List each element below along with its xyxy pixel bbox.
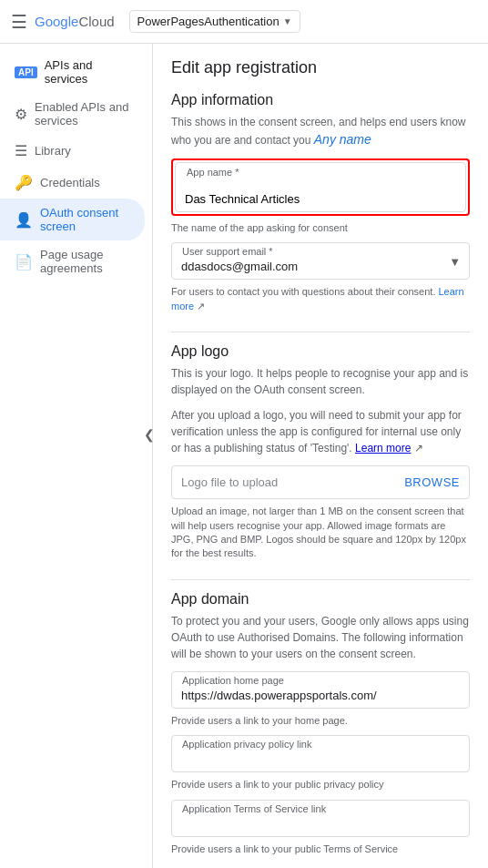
project-selector[interactable]: PowerPagesAuthentication ▼ <box>129 10 300 33</box>
logo-upload-box[interactable]: Logo file to upload BROWSE <box>171 465 470 499</box>
terms-label: Application Terms of Service link <box>180 803 328 814</box>
terms-field: Application Terms of Service link <box>171 800 470 837</box>
api-badge: API <box>15 66 37 78</box>
home-page-field: Application home page <box>171 671 470 709</box>
sidebar-item-label: Library <box>35 144 71 158</box>
main-layout: API APIs and services ⚙ Enabled APIs and… <box>0 44 488 868</box>
app-name-field-highlighted: App name * <box>171 158 470 216</box>
collapse-icon: ❮ <box>144 427 155 442</box>
app-logo-section: App logo This is your logo. It helps peo… <box>171 343 470 561</box>
google-cloud-logo: Google Cloud <box>35 14 115 29</box>
app-info-title: App information <box>171 92 470 108</box>
app-info-desc: This shows in the consent screen, and he… <box>171 114 470 149</box>
sidebar-apis-header: API APIs and services <box>0 51 152 93</box>
oauth-icon: 👤 <box>15 211 33 229</box>
chevron-down-icon: ▼ <box>283 16 292 26</box>
page-title: Edit app registration <box>171 58 470 77</box>
app-name-label: App name * <box>185 167 240 178</box>
browse-button[interactable]: BROWSE <box>404 475 460 489</box>
sidebar-item-enabled-apis[interactable]: ⚙ Enabled APIs and services <box>0 93 145 135</box>
credentials-icon: 🔑 <box>15 174 33 191</box>
privacy-policy-hint: Provide users a link to your public priv… <box>171 778 470 791</box>
logo-external-icon: ↗ <box>414 442 423 454</box>
menu-icon[interactable]: ☰ <box>11 11 27 33</box>
app-info-section: App information This shows in the consen… <box>171 92 470 313</box>
page-usage-icon: 📄 <box>15 253 33 271</box>
library-icon: ☰ <box>15 142 27 159</box>
sidebar-item-oauth-consent[interactable]: 👤 OAuth consent screen <box>0 199 145 240</box>
enabled-apis-icon: ⚙ <box>15 106 27 123</box>
sidebar-item-credentials[interactable]: 🔑 Credentials <box>0 167 145 199</box>
app-name-inner: App name * <box>175 162 466 212</box>
divider-2 <box>171 579 470 580</box>
app-logo-desc2: After you upload a logo, you will need t… <box>171 407 470 456</box>
privacy-policy-field: Application privacy policy link <box>171 735 470 772</box>
privacy-policy-label: Application privacy policy link <box>180 739 313 750</box>
sidebar-section-title: APIs and services <box>45 58 137 86</box>
cloud-text: Cloud <box>78 14 114 29</box>
app-name-hint: The name of the app asking for consent <box>171 221 470 235</box>
app-logo-desc1: This is your logo. It helps people to re… <box>171 365 470 398</box>
terms-hint: Provide users a link to your public Term… <box>171 842 470 856</box>
app-logo-title: App logo <box>171 343 470 360</box>
sidebar-item-label: OAuth consent screen <box>40 206 130 233</box>
project-name: PowerPagesAuthentication <box>137 15 280 28</box>
app-domain-title: App domain <box>171 591 470 608</box>
user-support-email-label: User support email * <box>180 246 275 257</box>
sidebar-item-label: Enabled APIs and services <box>35 100 130 128</box>
sidebar-item-label: Page usage agreements <box>40 248 130 275</box>
main-content: Edit app registration App information Th… <box>153 44 488 868</box>
logo-learn-more-link[interactable]: Learn more <box>355 442 411 454</box>
app-name-input[interactable] <box>185 179 456 206</box>
external-link-icon: ↗ <box>197 301 205 311</box>
top-bar: ☰ Google Cloud PowerPagesAuthentication … <box>0 0 488 44</box>
divider-1 <box>171 332 470 332</box>
sidebar-item-library[interactable]: ☰ Library <box>0 135 145 167</box>
google-text: Google <box>35 14 78 29</box>
app-domain-desc: To protect you and your users, Google on… <box>171 613 470 662</box>
logo-upload-hint: Upload an image, not larger than 1 MB on… <box>171 505 470 561</box>
home-page-hint: Provide users a link to your home page. <box>171 714 470 728</box>
app-domain-section: App domain To protect you and your users… <box>171 591 470 856</box>
sidebar-item-label: Credentials <box>40 176 100 189</box>
home-page-label: Application home page <box>180 675 286 686</box>
sidebar-item-page-usage[interactable]: 📄 Page usage agreements <box>0 240 145 282</box>
sidebar: API APIs and services ⚙ Enabled APIs and… <box>0 44 153 868</box>
sidebar-collapse-button[interactable]: ❮ <box>144 427 155 442</box>
any-name-label: Any name <box>314 132 371 147</box>
logo-placeholder: Logo file to upload <box>181 475 404 489</box>
user-support-hint: For users to contact you with questions … <box>171 285 470 313</box>
user-support-email-field: User support email * ddasdocs@gmail.com … <box>171 242 470 280</box>
